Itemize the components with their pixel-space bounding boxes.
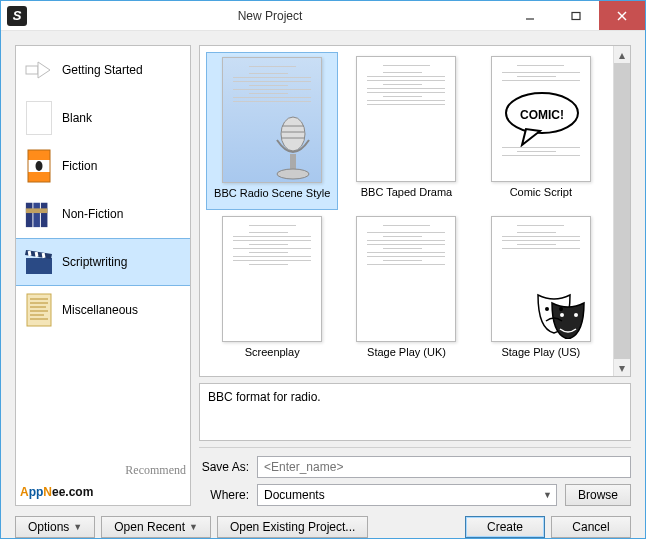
sidebar-item-blank[interactable]: Blank	[16, 94, 190, 142]
chevron-down-icon: ▼	[73, 522, 82, 532]
svg-rect-14	[26, 208, 48, 213]
save-as-label: Save As:	[199, 460, 249, 474]
clapperboard-icon	[24, 245, 54, 279]
penguin-book-icon	[24, 149, 54, 183]
where-select[interactable]: Documents ▼	[257, 484, 557, 506]
blank-page-icon	[24, 101, 54, 135]
chevron-down-icon: ▼	[189, 522, 198, 532]
watermark: Recommend AppNee.com	[16, 457, 190, 505]
sidebar-item-label: Scriptwriting	[62, 255, 127, 269]
svg-rect-15	[26, 258, 52, 274]
svg-rect-6	[28, 150, 50, 160]
sidebar-item-non-fiction[interactable]: Non-Fiction	[16, 190, 190, 238]
where-value: Documents	[264, 488, 325, 502]
template-bbc-radio[interactable]: BBC Radio Scene Style	[206, 52, 338, 210]
svg-point-32	[277, 169, 309, 179]
sidebar-item-scriptwriting[interactable]: Scriptwriting	[16, 238, 190, 286]
arrow-right-icon	[24, 53, 54, 87]
template-label: BBC Radio Scene Style	[214, 187, 330, 199]
maximize-button[interactable]	[553, 1, 599, 30]
save-as-input[interactable]	[257, 456, 631, 478]
template-gallery: BBC Radio Scene Style BBC Taped Drama CO…	[199, 45, 631, 377]
template-label: Comic Script	[510, 186, 572, 198]
template-bbc-taped[interactable]: BBC Taped Drama	[340, 52, 472, 210]
close-button[interactable]	[599, 1, 645, 30]
svg-point-37	[559, 307, 563, 311]
svg-point-10	[36, 161, 43, 171]
svg-rect-1	[572, 12, 580, 19]
parchment-icon	[24, 293, 54, 327]
svg-point-36	[545, 307, 549, 311]
svg-point-27	[281, 117, 305, 151]
template-thumbnail	[491, 216, 591, 342]
window-title: New Project	[33, 9, 507, 23]
svg-point-39	[574, 313, 578, 317]
open-existing-button[interactable]: Open Existing Project...	[217, 516, 368, 538]
template-thumbnail	[356, 216, 456, 342]
where-label: Where:	[199, 488, 249, 502]
chevron-down-icon: ▼	[543, 490, 552, 500]
sidebar-item-fiction[interactable]: Fiction	[16, 142, 190, 190]
svg-point-38	[560, 313, 564, 317]
new-project-window: S New Project Getting Started Blank	[0, 0, 646, 539]
template-stage-us[interactable]: Stage Play (US)	[475, 212, 607, 370]
microphone-icon	[267, 114, 319, 182]
open-recent-button[interactable]: Open Recent▼	[101, 516, 211, 538]
template-thumbnail	[222, 216, 322, 342]
options-button[interactable]: Options▼	[15, 516, 95, 538]
sidebar-item-miscellaneous[interactable]: Miscellaneous	[16, 286, 190, 334]
sidebar-item-label: Miscellaneous	[62, 303, 138, 317]
template-description: BBC format for radio.	[199, 383, 631, 441]
template-stage-uk[interactable]: Stage Play (UK)	[340, 212, 472, 370]
svg-rect-13	[41, 203, 48, 227]
create-button[interactable]: Create	[465, 516, 545, 538]
sidebar-item-label: Non-Fiction	[62, 207, 123, 221]
titlebar: S New Project	[1, 1, 645, 31]
svg-rect-4	[26, 66, 38, 74]
template-thumbnail: COMIC!	[491, 56, 591, 182]
scroll-up-icon[interactable]: ▴	[614, 46, 630, 63]
template-label: Stage Play (US)	[501, 346, 580, 358]
sidebar-item-label: Getting Started	[62, 63, 143, 77]
category-sidebar: Getting Started Blank Fiction Non-F	[15, 45, 191, 506]
svg-rect-8	[28, 172, 50, 182]
svg-rect-12	[33, 203, 40, 227]
app-icon: S	[7, 6, 27, 26]
sidebar-item-label: Fiction	[62, 159, 97, 173]
books-icon	[24, 197, 54, 231]
scroll-thumb[interactable]	[614, 63, 630, 359]
sidebar-item-getting-started[interactable]: Getting Started	[16, 46, 190, 94]
theater-masks-icon	[532, 289, 588, 339]
scroll-down-icon[interactable]: ▾	[614, 359, 630, 376]
template-thumbnail	[356, 56, 456, 182]
template-label: Stage Play (UK)	[367, 346, 446, 358]
svg-rect-11	[26, 203, 33, 227]
browse-button[interactable]: Browse	[565, 484, 631, 506]
svg-text:COMIC!: COMIC!	[520, 108, 564, 122]
speech-bubble-icon: COMIC!	[502, 91, 582, 147]
minimize-button[interactable]	[507, 1, 553, 30]
svg-marker-5	[38, 62, 50, 78]
cancel-button[interactable]: Cancel	[551, 516, 631, 538]
svg-rect-31	[290, 154, 296, 170]
sidebar-item-label: Blank	[62, 111, 92, 125]
template-comic[interactable]: COMIC! Comic Script	[475, 52, 607, 210]
template-thumbnail	[222, 57, 322, 183]
template-label: BBC Taped Drama	[361, 186, 453, 198]
svg-marker-34	[522, 129, 540, 145]
template-screenplay[interactable]: Screenplay	[206, 212, 338, 370]
gallery-scrollbar[interactable]: ▴ ▾	[613, 46, 630, 376]
template-label: Screenplay	[245, 346, 300, 358]
